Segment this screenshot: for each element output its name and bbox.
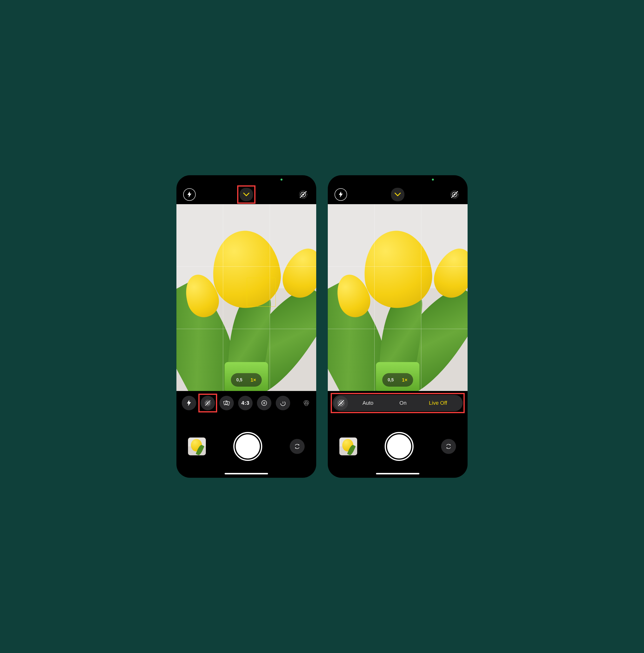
last-photo-thumbnail[interactable] [188, 437, 206, 455]
options-drawer-toggle[interactable] [240, 188, 253, 201]
switch-camera-button[interactable] [441, 439, 456, 454]
exposure-tool[interactable] [257, 396, 271, 410]
styles-icon [223, 399, 230, 407]
chevron-down-icon [243, 192, 249, 197]
chevron-down-icon [395, 192, 401, 197]
grid-line [223, 204, 223, 391]
aspect-ratio-label: 4:3 [241, 400, 249, 406]
camera-app-right: 0,5 1× Auto On Live Off [328, 175, 468, 478]
exposure-icon [260, 399, 268, 407]
grid-line [421, 204, 421, 391]
status-bar [328, 175, 468, 185]
live-photo-off-icon [298, 190, 308, 199]
camera-tool-row: Auto On Live Off [328, 391, 468, 415]
shutter-row [176, 415, 316, 478]
zoom-selector[interactable]: 0,5 1× [382, 373, 413, 387]
options-drawer-toggle[interactable] [391, 188, 404, 201]
viewfinder[interactable]: 0,5 1× [328, 204, 468, 391]
last-photo-thumbnail[interactable] [339, 437, 357, 455]
shutter-row [328, 415, 468, 478]
photographic-styles-tool[interactable] [219, 396, 234, 410]
live-photo-off-icon [337, 399, 345, 407]
zoom-main[interactable]: 1× [247, 374, 260, 385]
aspect-ratio-tool[interactable]: 4:3 [238, 396, 253, 410]
zoom-main[interactable]: 1× [398, 374, 411, 385]
live-photo-off-icon [204, 399, 212, 407]
live-photo-toggle[interactable] [448, 188, 461, 201]
home-indicator[interactable] [225, 473, 268, 475]
shutter-button[interactable] [236, 434, 260, 458]
camera-app-left: 0,5 1× 4:3 [176, 175, 316, 478]
zoom-wide[interactable]: 0,5 [384, 374, 397, 385]
shutter-button[interactable] [387, 434, 411, 458]
status-bar [176, 175, 316, 185]
top-controls [328, 185, 468, 204]
viewfinder[interactable]: 0,5 1× [176, 204, 316, 391]
filters-icon [302, 399, 310, 407]
live-photo-tool[interactable] [200, 396, 215, 410]
grid-line [374, 204, 375, 391]
photo-subject [428, 243, 468, 303]
grid-line [328, 266, 468, 267]
timer-tool[interactable] [276, 396, 290, 410]
top-controls [176, 185, 316, 204]
live-photo-toggle[interactable] [297, 188, 309, 201]
live-photo-off-icon [450, 190, 460, 199]
zoom-wide[interactable]: 0,5 [233, 374, 246, 385]
photo-subject [360, 227, 435, 311]
live-photo-options: Auto On Live Off [332, 395, 463, 411]
switch-camera-button[interactable] [290, 439, 305, 454]
switch-camera-icon [445, 442, 452, 450]
live-option-auto[interactable]: Auto [350, 400, 386, 406]
zoom-selector[interactable]: 0,5 1× [231, 373, 262, 387]
camera-active-dot-icon [280, 178, 282, 180]
filters-tool[interactable] [302, 396, 311, 410]
photo-subject [277, 243, 316, 303]
flash-toggle[interactable] [335, 188, 347, 201]
live-option-on[interactable]: On [386, 400, 420, 406]
grid-line [176, 266, 316, 267]
live-option-off[interactable]: Live Off [421, 400, 455, 406]
flash-toggle[interactable] [183, 188, 196, 201]
camera-tool-row: 4:3 [176, 391, 316, 415]
live-photo-tool[interactable] [334, 396, 348, 410]
flash-icon [187, 191, 192, 198]
camera-active-dot-icon [432, 178, 434, 180]
flash-icon [338, 191, 343, 198]
home-indicator[interactable] [376, 473, 419, 475]
timer-icon [279, 399, 287, 407]
focus-indicator [247, 278, 276, 307]
flash-icon [186, 400, 192, 406]
flash-tool[interactable] [182, 396, 196, 410]
switch-camera-icon [293, 442, 301, 450]
